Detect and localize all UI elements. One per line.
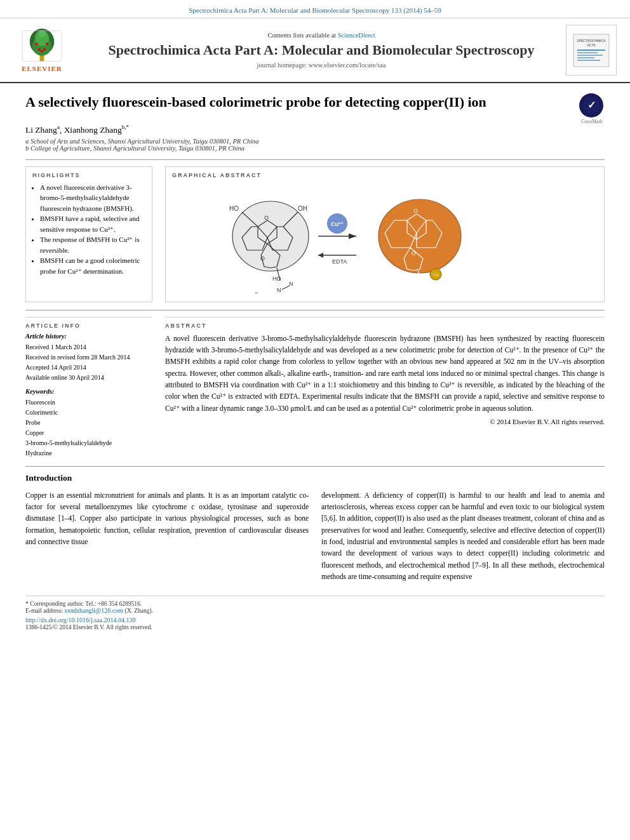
received-date: Received 1 March 2014 <box>25 342 152 352</box>
divider-3 <box>25 466 605 467</box>
issn-line: 1386-1425/© 2014 Elsevier B.V. All right… <box>25 623 605 630</box>
sciencedirect-link[interactable]: ScienceDirect <box>338 32 375 39</box>
keyword-4: Copper <box>25 428 152 438</box>
corresponding-note-text: * Corresponding author. Tel.: +86 354 62… <box>25 601 142 607</box>
footnote-area: * Corresponding author. Tel.: +86 354 62… <box>25 596 605 630</box>
svg-text:Cu: Cu <box>433 272 439 277</box>
highlight-item-1: A novel fluorescein derivative 3-bromo-5… <box>40 182 145 214</box>
svg-text:EDTA: EDTA <box>332 258 347 265</box>
intro-left-col: Copper is an essential micronutrient for… <box>25 490 309 583</box>
elsevier-logo: ELSEVIER <box>10 25 74 76</box>
keyword-6: Hydrazine <box>25 448 152 458</box>
svg-point-9 <box>41 50 43 52</box>
highlights-box: HIGHLIGHTS A novel fluorescein derivativ… <box>25 166 152 302</box>
contents-line: Contents lists available at ScienceDirec… <box>86 32 556 39</box>
keywords-label: Keywords: <box>25 388 152 395</box>
svg-point-5 <box>36 43 38 45</box>
article-history: Article history: Received 1 March 2014 R… <box>25 333 152 383</box>
svg-marker-42 <box>318 253 323 258</box>
doi-line: http://dx.doi.org/10.1016/j.saa.2014.04.… <box>25 617 605 623</box>
keyword-2: Colorimetric <box>25 408 152 418</box>
journal-citation-header: Spectrochimica Acta Part A: Molecular an… <box>0 0 630 18</box>
introduction-title: Introduction <box>25 473 605 483</box>
svg-text:O: O <box>260 255 265 262</box>
affiliations: a School of Arts and Sciences, Shanxi Ag… <box>25 138 605 152</box>
divider-2 <box>25 310 605 310</box>
email-label: E-mail address: <box>25 608 65 614</box>
journal-header: ELSEVIER Contents lists available at Sci… <box>0 18 630 83</box>
keyword-1: Fluorescein <box>25 397 152 408</box>
graphical-abstract-image: HO OH O <box>172 182 598 297</box>
elsevier-brand-text: ELSEVIER <box>22 65 62 72</box>
main-content: A selectively fluorescein-based colorime… <box>0 83 630 641</box>
article-info-label: ARTICLE INFO <box>25 323 152 329</box>
article-info-abstract-row: ARTICLE INFO Article history: Received 1… <box>25 317 605 458</box>
article-info-column: ARTICLE INFO Article history: Received 1… <box>25 317 152 458</box>
svg-text:SPECTROCHIMICA: SPECTROCHIMICA <box>577 39 606 43</box>
email-note: E-mail address: sxndzhangli@126.com (X. … <box>25 607 605 614</box>
affiliation-b: b College of Agriculture, Shanxi Agricul… <box>25 145 605 152</box>
svg-text:O: O <box>413 208 418 214</box>
email-suffix: (X. Zhang). <box>125 608 154 614</box>
journal-citation-link[interactable]: Spectrochimica Acta Part A: Molecular an… <box>189 6 441 14</box>
svg-point-8 <box>43 48 46 50</box>
svg-text:HO: HO <box>420 279 429 285</box>
keyword-3: Probe <box>25 418 152 428</box>
svg-text:O: O <box>264 215 269 221</box>
intro-right-col: development. A deficiency of copper(II) … <box>321 490 605 583</box>
highlights-list: A novel fluorescein derivative 3-bromo-5… <box>32 182 145 277</box>
svg-text:N: N <box>432 281 436 287</box>
svg-text:N: N <box>277 287 281 293</box>
journal-homepage: journal homepage: www.elsevier.com/locat… <box>86 62 556 69</box>
intro-right-text: development. A deficiency of copper(II) … <box>321 490 605 583</box>
crossmark-badge: ✓ CrossMark <box>579 93 605 119</box>
chemical-reaction-svg: HO OH O <box>220 185 550 293</box>
elsevier-logo-left: ELSEVIER <box>10 25 80 76</box>
journal-logo-right: SPECTROCHIMICA ACTA <box>563 25 620 76</box>
introduction-section: Introduction Copper is an essential micr… <box>25 473 605 583</box>
abstract-text: A novel fluorescein derivative 3-bromo-5… <box>165 333 605 415</box>
highlight-item-2: BMSFH have a rapid, selective and sensit… <box>40 213 145 234</box>
svg-point-6 <box>46 43 48 45</box>
elsevier-tree-icon <box>20 29 64 63</box>
email-link[interactable]: sxndzhangli@126.com <box>65 607 123 614</box>
svg-text:OH: OH <box>298 205 307 212</box>
svg-point-4 <box>39 30 46 37</box>
divider-1 <box>25 159 605 160</box>
intro-left-text: Copper is an essential micronutrient for… <box>25 490 309 548</box>
svg-text:Cu²⁺: Cu²⁺ <box>331 221 344 227</box>
introduction-body: Copper is an essential micronutrient for… <box>25 490 605 583</box>
spectrochimica-logo-icon: SPECTROCHIMICA ACTA <box>572 33 610 68</box>
revised-date: Received in revised form 28 March 2014 <box>25 352 152 363</box>
accepted-date: Accepted 14 April 2014 <box>25 363 152 373</box>
highlights-label: HIGHLIGHTS <box>32 172 145 178</box>
graphical-abstract-label: GRAPHICAL ABSTRACT <box>172 172 598 178</box>
svg-text:HO: HO <box>229 205 239 212</box>
corresponding-author-note: * Corresponding author. Tel.: +86 354 62… <box>25 600 605 607</box>
svg-point-21 <box>232 201 309 271</box>
crossmark-label: CrossMark <box>579 119 605 124</box>
history-label: Article history: <box>25 333 152 340</box>
copyright-notice: © 2014 Elsevier B.V. All rights reserved… <box>165 418 605 425</box>
highlight-item-4: BMSFH can be a good colorimetric probe f… <box>40 255 145 276</box>
svg-rect-0 <box>40 55 44 61</box>
svg-text:Br: Br <box>399 290 405 293</box>
svg-text:OH: OH <box>448 204 458 211</box>
highlights-graphical-row: HIGHLIGHTS A novel fluorescein derivativ… <box>25 166 605 302</box>
svg-text:ACTA: ACTA <box>587 43 596 47</box>
abstract-label: ABSTRACT <box>165 323 605 329</box>
svg-text:N: N <box>419 286 424 293</box>
spectrochimica-logo-box: SPECTROCHIMICA ACTA <box>566 25 617 76</box>
svg-text:HO: HO <box>373 204 383 211</box>
authors-line: Li Zhanga, Xianhong Zhangb,* <box>25 124 605 135</box>
available-date: Available online 30 April 2014 <box>25 373 152 383</box>
keywords-section: Keywords: Fluorescein Colorimetric Probe… <box>25 388 152 458</box>
svg-text:O: O <box>412 250 416 257</box>
doi-link[interactable]: http://dx.doi.org/10.1016/j.saa.2014.04.… <box>25 617 135 623</box>
abstract-column: ABSTRACT A novel fluorescein derivative … <box>165 317 605 458</box>
keyword-5: 3-bromo-5-methylsalicylaldehyde <box>25 438 152 448</box>
svg-point-7 <box>38 48 41 50</box>
affiliation-a: a School of Arts and Sciences, Shanxi Ag… <box>25 138 605 145</box>
svg-text:N: N <box>289 281 293 287</box>
crossmark-icon: ✓ <box>579 93 603 117</box>
